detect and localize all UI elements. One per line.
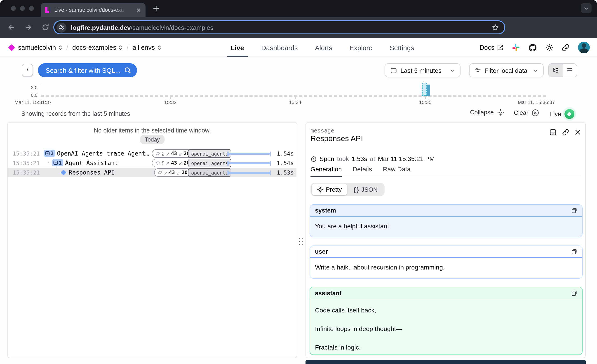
timeline-baseline[interactable] (41, 95, 547, 96)
span-title: Responses API (310, 134, 363, 143)
docs-link[interactable]: Docs (479, 44, 503, 51)
input-arrow-icon: ↗ (164, 170, 168, 175)
app-header: samuelcolvin / docs-examples / all envs … (0, 38, 597, 57)
url-text[interactable]: logfire.pydantic.dev/samuelcolvin/docs-e… (71, 24, 213, 31)
new-tab-button[interactable] (153, 5, 159, 12)
nav-alerts[interactable]: Alerts (315, 38, 332, 57)
date-chip[interactable]: Today (140, 135, 165, 144)
project-name: docs-examples (72, 44, 116, 51)
zoom-window-button[interactable] (29, 6, 34, 11)
time-range-dropdown[interactable]: Last 5 minutes (385, 63, 461, 77)
scope-tag[interactable]: openai_agents (188, 159, 231, 167)
timeline-selected-bucket[interactable] (422, 83, 427, 96)
timeline-x-label: 15:32 (164, 99, 176, 105)
live-indicator-icon[interactable] (565, 109, 574, 119)
external-link-icon (497, 44, 503, 51)
coin-icon (156, 161, 160, 165)
tree-view-button[interactable] (549, 64, 563, 77)
back-button[interactable] (7, 24, 15, 31)
nav-dashboards[interactable]: Dashboards (261, 38, 298, 57)
collapse-count-badge[interactable]: 1 (52, 159, 63, 166)
project-switcher-icon[interactable] (119, 45, 123, 50)
tab-close-icon[interactable]: ✕ (136, 7, 141, 13)
collapsed-bottom-drawer[interactable] (306, 360, 586, 364)
forward-button[interactable] (24, 24, 32, 31)
timeline-x-tick-mark (425, 97, 426, 99)
env-name: all envs (133, 44, 155, 51)
logfire-logo-icon (8, 44, 15, 51)
reload-button[interactable] (42, 24, 49, 31)
clear-button[interactable]: Clear (514, 109, 539, 117)
haiku-line: Code calls itself back, (315, 307, 577, 314)
copy-icon[interactable] (571, 290, 577, 296)
url-bar[interactable]: logfire.pydantic.dev/samuelcolvin/docs-e… (53, 20, 505, 34)
close-details-icon[interactable] (575, 129, 581, 135)
local-filter-dropdown[interactable]: Filter local data (469, 63, 544, 77)
tab-title: Live · samuelcolvin/docs-exa (54, 7, 126, 13)
user-avatar[interactable] (578, 42, 590, 53)
nav-settings[interactable]: Settings (390, 38, 414, 57)
browser-tab[interactable]: Live · samuelcolvin/docs-exa ✕ (41, 3, 146, 17)
row-timestamp: 15:35:21 (13, 150, 40, 157)
list-view-button[interactable] (563, 64, 577, 77)
role-label: user (315, 248, 328, 255)
tab-details[interactable]: Details (353, 166, 372, 177)
breadcrumb-env[interactable]: all envs (133, 44, 161, 51)
site-settings-icon[interactable] (56, 22, 66, 32)
tab-generation[interactable]: Generation (310, 166, 342, 177)
input-arrow-icon: ↗ (166, 160, 170, 166)
pretty-toggle-button[interactable]: Pretty (312, 184, 347, 195)
copy-link-icon[interactable] (562, 129, 569, 136)
timeline-activity-bar[interactable] (427, 85, 430, 96)
bookmark-star-icon[interactable] (492, 24, 499, 31)
search-sql-button[interactable]: Search & filter with SQL... (38, 63, 137, 77)
tab-search-button[interactable] (581, 3, 592, 13)
copy-icon[interactable] (571, 207, 577, 214)
message-card-header: user (310, 246, 582, 258)
token-usage-pill[interactable]: Σ ↗43 ↙20 (152, 149, 193, 158)
sigma-icon: Σ (161, 160, 164, 166)
haiku-line: Infinite loops in deep thought— (315, 325, 577, 332)
span-summary: Span took 1.53s at Mar 11 15:35:21 PM (310, 155, 435, 162)
token-usage-pill[interactable]: ↗43 ↙20 (154, 168, 191, 177)
nav-explore[interactable]: Explore (350, 38, 373, 57)
input-arrow-icon: ↗ (166, 151, 170, 156)
nav-live[interactable]: Live (230, 38, 244, 57)
org-switcher-icon[interactable] (58, 45, 62, 50)
trace-row[interactable]: 15:35:21 2 OpenAI Agents trace Agent… Σ … (8, 149, 297, 158)
breadcrumb-project[interactable]: docs-examples (72, 44, 123, 51)
copy-icon[interactable] (571, 249, 577, 254)
message-content: Write a haiku about recursion in program… (310, 258, 582, 278)
slack-icon[interactable] (512, 44, 520, 51)
trace-row[interactable]: 15:35:21 1 Agent Assistant Σ ↗43 ↙20 ope… (8, 158, 297, 168)
duration-value: 1.53s (261, 169, 294, 176)
window-controls[interactable] (11, 6, 34, 11)
theme-toggle-icon[interactable] (545, 44, 553, 51)
coin-icon (158, 170, 162, 174)
tab-raw-data[interactable]: Raw Data (383, 166, 411, 177)
collapse-button[interactable]: Collapse (470, 109, 504, 116)
dock-panel-icon[interactable] (550, 129, 556, 136)
share-link-icon[interactable] (562, 44, 569, 51)
json-toggle-button[interactable]: { } JSON (348, 184, 383, 195)
duration-value: 1.54s (261, 160, 294, 166)
scope-tag[interactable]: openai_agents (188, 149, 231, 158)
collapse-count-badge[interactable]: 2 (44, 150, 55, 157)
span-duration: 1.53s (352, 155, 367, 162)
breadcrumb-org[interactable]: samuelcolvin (18, 44, 62, 51)
minimize-window-button[interactable] (20, 6, 25, 11)
message-card-header: system (310, 205, 582, 217)
env-switcher-icon[interactable] (157, 45, 161, 50)
square-minus-icon (45, 151, 50, 156)
live-label: Live (550, 111, 561, 117)
trace-row-selected[interactable]: 15:35:21 Responses API ↗43 ↙20 openai_ag… (8, 168, 297, 177)
breadcrumb: samuelcolvin / docs-examples / all envs (9, 38, 161, 57)
live-toggle[interactable]: Live (550, 109, 574, 119)
logfire-favicon (45, 7, 50, 13)
close-window-button[interactable] (11, 6, 16, 11)
token-usage-pill[interactable]: Σ ↗43 ↙20 (152, 159, 193, 167)
panel-resize-handle[interactable] (299, 238, 304, 245)
calendar-icon (391, 67, 397, 74)
scope-tag[interactable]: openai_agents (188, 168, 231, 177)
github-icon[interactable] (528, 43, 537, 52)
